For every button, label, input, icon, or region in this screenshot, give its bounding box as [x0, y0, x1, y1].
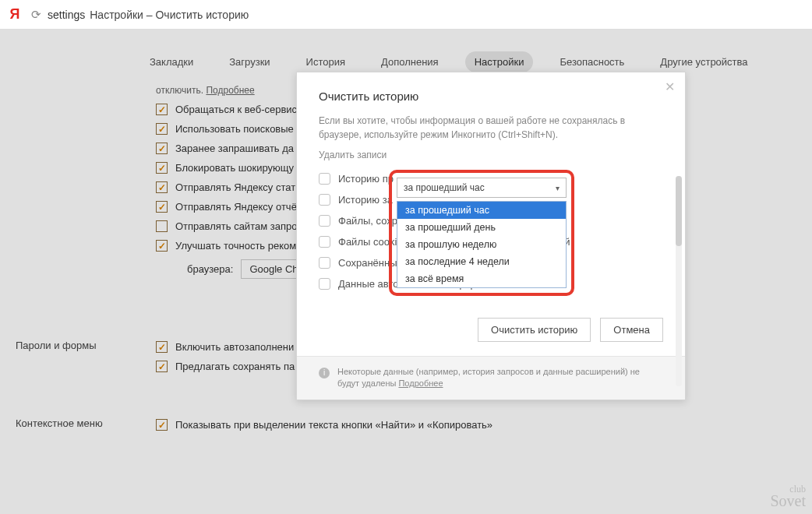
cancel-button[interactable]: Отмена — [600, 318, 663, 342]
url-keyword: settings — [48, 9, 85, 21]
checkbox-icon[interactable] — [319, 194, 330, 206]
url-title: Настройки – Очистить историю — [90, 9, 249, 21]
time-range-options: за прошедший час за прошедший день за пр… — [397, 201, 567, 288]
dd-option-hour[interactable]: за прошедший час — [397, 202, 566, 219]
time-range-select[interactable]: за прошедший час ▾ — [397, 178, 567, 198]
dd-option-day[interactable]: за прошедший день — [397, 219, 566, 236]
checkbox-icon[interactable] — [319, 173, 330, 185]
footer-more-link[interactable]: Подробнее — [398, 378, 443, 388]
time-range-value: за прошедший час — [404, 182, 485, 193]
modal-hint: Если вы хотите, чтобы информация о вашей… — [319, 114, 663, 142]
checkbox-icon[interactable] — [319, 257, 330, 269]
scrollbar[interactable] — [676, 176, 682, 386]
checkbox-icon[interactable] — [319, 215, 330, 227]
address-bar[interactable]: ⟳ settings Настройки – Очистить историю — [31, 8, 806, 22]
chevron-down-icon: ▾ — [556, 184, 560, 192]
checkbox-icon[interactable] — [319, 236, 330, 248]
reload-icon[interactable]: ⟳ — [31, 8, 41, 22]
dd-option-all[interactable]: за всё время — [397, 270, 566, 287]
watermark: club Sovet — [770, 485, 806, 508]
clear-history-button[interactable]: Очистить историю — [478, 318, 591, 342]
browser-topbar: Я ⟳ settings Настройки – Очистить истори… — [0, 0, 812, 30]
dd-option-4weeks[interactable]: за последние 4 недели — [397, 253, 566, 270]
scrollbar-thumb[interactable] — [676, 176, 682, 246]
yandex-logo: Я — [6, 6, 23, 23]
dd-option-week[interactable]: за прошлую неделю — [397, 236, 566, 253]
modal-footer: i Некоторые данные (например, история за… — [297, 356, 685, 400]
close-icon[interactable]: ✕ — [662, 79, 677, 94]
time-range-dropdown-highlight: за прошедший час ▾ за прошедший час за п… — [389, 170, 574, 296]
checkbox-icon[interactable] — [319, 278, 330, 290]
info-icon: i — [319, 368, 330, 378]
delete-label: Удалить записи — [319, 150, 387, 160]
modal-title: Очистить историю — [297, 86, 685, 114]
